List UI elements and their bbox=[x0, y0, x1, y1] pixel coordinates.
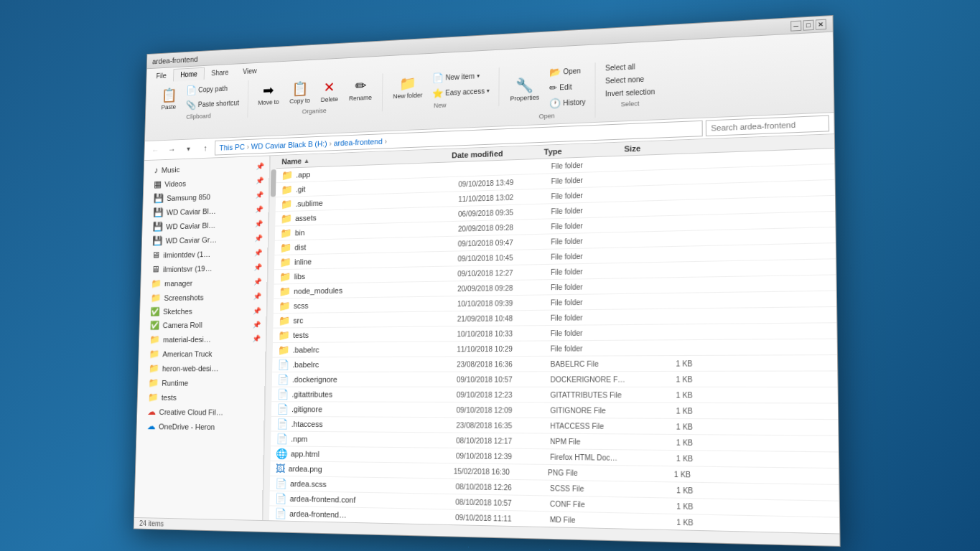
creative-cloud-icon: ☁ bbox=[147, 406, 156, 416]
table-row[interactable]: 📄 .babelrc 23/08/2018 16:36 BABELRC File… bbox=[272, 355, 837, 372]
sidebar-item-american-truck[interactable]: 📁 American Truck bbox=[139, 346, 265, 361]
ribbon-tab-home[interactable]: Home bbox=[173, 67, 205, 82]
file-name: inline bbox=[294, 254, 457, 265]
sidebar-item-onedrive[interactable]: ☁ OneDrive - Heron bbox=[136, 419, 263, 435]
file-type: File folder bbox=[551, 205, 631, 215]
sidebar-item-manager[interactable]: 📁 manager 📌 bbox=[141, 274, 267, 291]
file-size bbox=[631, 254, 691, 255]
forward-button[interactable]: → bbox=[164, 142, 179, 157]
table-row[interactable]: 📄 .dockerignore 09/10/2018 10:57 DOCKERI… bbox=[271, 372, 837, 388]
edit-button[interactable]: ✏ Edit bbox=[546, 79, 589, 96]
file-icon: 📄 bbox=[274, 493, 286, 504]
pin-icon-ilmiontsvr: 📌 bbox=[253, 263, 261, 271]
file-size bbox=[631, 176, 691, 179]
file-name: ardea.png bbox=[288, 464, 453, 475]
pin-icon-music: 📌 bbox=[256, 162, 263, 170]
wd-b2-icon: 💾 bbox=[152, 221, 163, 232]
pin-icon-ilmiontdev: 📌 bbox=[253, 249, 261, 257]
file-icon: 📄 bbox=[276, 418, 287, 430]
sidebar: ♪ Music 📌 ▦ Videos 📌 💾 Samsung 850 📌 💾 W… bbox=[134, 156, 270, 520]
back-button[interactable]: ← bbox=[148, 143, 162, 158]
move-to-button[interactable]: ➡ Move to bbox=[253, 78, 284, 109]
sidebar-item-tests[interactable]: 📁 tests bbox=[137, 390, 264, 405]
file-icon: 📄 bbox=[276, 433, 287, 445]
file-name: .gitignore bbox=[291, 405, 457, 414]
open-button[interactable]: 📂 Open bbox=[546, 63, 589, 80]
open-buttons: 🔧 Properties 📂 Open ✏ Edit bbox=[505, 63, 589, 113]
ribbon-tab-view[interactable]: View bbox=[235, 64, 264, 78]
file-type: File folder bbox=[550, 313, 631, 321]
invert-selection-button[interactable]: Invert selection bbox=[602, 85, 658, 100]
maximize-button[interactable]: □ bbox=[803, 19, 813, 30]
file-type: File folder bbox=[551, 266, 632, 276]
col-header-date[interactable]: Date modified bbox=[452, 148, 544, 160]
folder-icon: 📁 bbox=[281, 169, 292, 181]
organise-label: Organise bbox=[302, 107, 326, 115]
file-type: SCSS File bbox=[549, 484, 631, 493]
copy-to-button[interactable]: 📋 Copy to bbox=[284, 77, 314, 108]
file-size bbox=[632, 332, 692, 333]
pin-icon-wd-b2: 📌 bbox=[254, 220, 262, 227]
paste-shortcut-icon: 📎 bbox=[185, 100, 196, 110]
ribbon-tab-file[interactable]: File bbox=[149, 69, 173, 83]
col-header-type[interactable]: Type bbox=[543, 144, 624, 156]
folder-icon: 📁 bbox=[279, 271, 291, 283]
new-label: New bbox=[434, 102, 447, 110]
sidebar-item-sketches[interactable]: ✅ Sketches 📌 bbox=[139, 303, 266, 319]
file-size: 1 KB bbox=[632, 517, 693, 527]
file-date: 06/09/2018 09:35 bbox=[458, 207, 551, 218]
file-date: 21/09/2018 10:48 bbox=[457, 314, 550, 322]
sidebar-item-creative-cloud-label: Creative Cloud Fil… bbox=[159, 408, 258, 416]
file-date: 20/09/2018 09:28 bbox=[457, 222, 550, 232]
samsung850-icon: 💾 bbox=[153, 193, 164, 204]
file-list: Name ▲ Date modified Type Size 📁 .app Fi… bbox=[269, 134, 839, 533]
sidebar-item-screenshots[interactable]: 📁 Screenshots 📌 bbox=[140, 289, 266, 306]
file-icon: 📄 bbox=[276, 403, 288, 415]
sidebar-item-camera-roll[interactable]: ✅ Camera Roll 📌 bbox=[139, 317, 266, 332]
ribbon-group-new: 📁 New folder 📄 New item ▾ ⭐ Easy bbox=[382, 67, 499, 111]
file-type: BABELRC File bbox=[550, 359, 632, 368]
file-date: 09/10/2018 09:47 bbox=[457, 237, 551, 248]
path-part-thispc[interactable]: This PC bbox=[219, 143, 245, 152]
sidebar-item-runtime[interactable]: 📁 Runtime bbox=[138, 375, 265, 390]
paste-shortcut-button[interactable]: 📎 Paste shortcut bbox=[182, 95, 243, 113]
rename-button[interactable]: ✏ Rename bbox=[344, 74, 377, 105]
up-button[interactable]: ↑ bbox=[197, 141, 212, 156]
sidebar-item-creative-cloud[interactable]: ☁ Creative Cloud Fil… bbox=[136, 404, 263, 419]
sidebar-item-material-desi[interactable]: 📁 material-desi… 📌 bbox=[139, 331, 265, 347]
recent-locations-button[interactable]: ▼ bbox=[181, 141, 195, 156]
search-input[interactable] bbox=[705, 116, 829, 137]
table-row[interactable]: 📄 .gitattributes 09/10/2018 12:23 GITATT… bbox=[271, 387, 838, 404]
minimize-button[interactable]: ─ bbox=[790, 20, 801, 31]
main-area: ♪ Music 📌 ▦ Videos 📌 💾 Samsung 850 📌 💾 W… bbox=[134, 134, 839, 533]
close-button[interactable]: ✕ bbox=[815, 19, 826, 29]
wd-g-icon: 💾 bbox=[151, 235, 162, 245]
folder-icon: 📁 bbox=[280, 213, 291, 225]
new-folder-button[interactable]: 📁 New folder bbox=[388, 71, 427, 103]
file-type: File folder bbox=[551, 189, 631, 199]
ribbon-tab-share[interactable]: Share bbox=[204, 65, 235, 80]
file-name: .dockerignore bbox=[291, 375, 456, 384]
easy-access-arrow: ▾ bbox=[486, 88, 489, 94]
copy-path-button[interactable]: 📄 Copy path bbox=[182, 80, 243, 98]
explorer-window: ardea-frontend ─ □ ✕ File Home Share Vie… bbox=[133, 15, 840, 547]
sidebar-item-tests-label: tests bbox=[161, 393, 258, 402]
ribbon-group-select: Select all Select none Invert selection … bbox=[595, 59, 664, 109]
new-item-arrow: ▾ bbox=[476, 72, 479, 79]
properties-button[interactable]: 🔧 Properties bbox=[505, 73, 544, 105]
col-header-size[interactable]: Size bbox=[624, 142, 683, 153]
path-part-drive[interactable]: WD Caviar Black B (H:) bbox=[251, 139, 327, 151]
easy-access-button[interactable]: ⭐ Easy access ▾ bbox=[429, 83, 493, 101]
delete-button[interactable]: ✕ Delete bbox=[316, 75, 343, 106]
history-button[interactable]: 🕐 History bbox=[546, 94, 589, 111]
path-part-folder[interactable]: ardea-frontend bbox=[333, 137, 382, 147]
file-type: File folder bbox=[550, 297, 631, 306]
file-date: 23/08/2018 16:35 bbox=[456, 421, 550, 430]
file-date: 09/10/2018 10:57 bbox=[456, 375, 550, 383]
folder-icon: 📁 bbox=[279, 256, 291, 268]
open-col: 📂 Open ✏ Edit 🕐 History bbox=[546, 63, 589, 111]
music-icon: ♪ bbox=[154, 165, 158, 175]
tests-icon: 📁 bbox=[147, 392, 158, 402]
paste-button[interactable]: 📋 Paste bbox=[156, 84, 182, 114]
sidebar-item-heron-web-desi[interactable]: 📁 heron-web-desi… bbox=[138, 361, 265, 376]
